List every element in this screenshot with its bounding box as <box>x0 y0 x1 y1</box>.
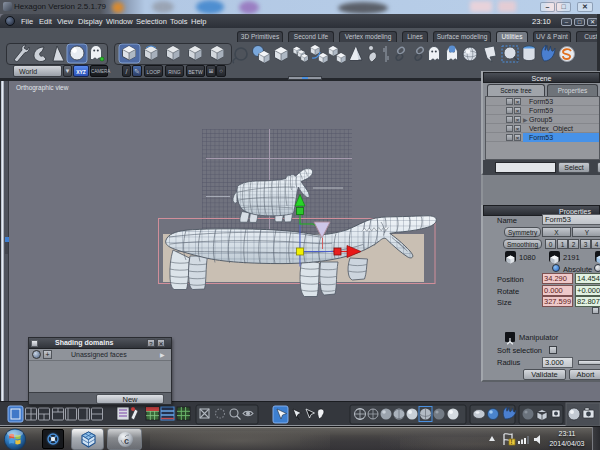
svg-text:!: ! <box>510 438 512 445</box>
svg-text:c: c <box>124 436 129 446</box>
